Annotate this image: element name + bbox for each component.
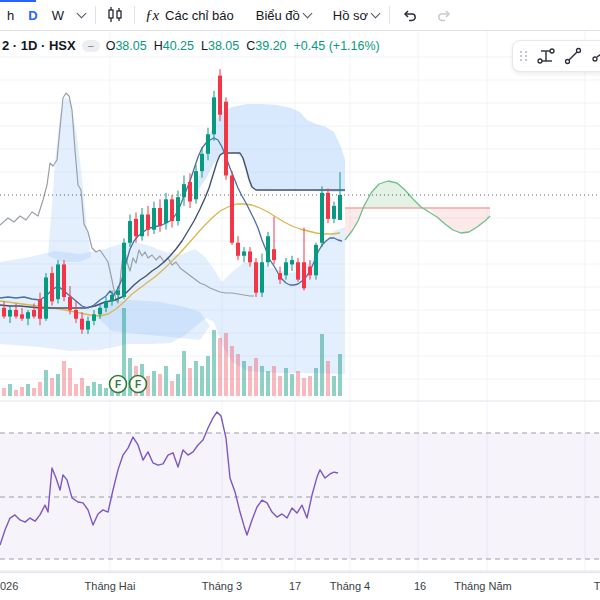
candle-body (290, 260, 294, 264)
candle-body (266, 236, 270, 262)
symbol-search-fragment[interactable]: h (0, 1, 21, 29)
time-axis-label: Tháng 4 (310, 580, 390, 592)
clipped-tool-button[interactable] (588, 43, 600, 69)
volume-bar (278, 376, 282, 396)
time-axis-label: 026 (0, 580, 18, 592)
interval-dropdown-button[interactable] (71, 1, 92, 29)
chevron-down-icon (371, 9, 381, 19)
candle-body (110, 295, 114, 302)
price-range-tool-button[interactable] (533, 43, 558, 69)
candle-body (140, 215, 144, 237)
candle-body (254, 262, 258, 292)
candle-body (212, 97, 216, 134)
volume-bar (26, 384, 30, 396)
volume-bar (224, 333, 228, 396)
chart-style-button[interactable] (99, 1, 131, 29)
volume-bar (50, 378, 54, 396)
chart-menu-button[interactable]: Biểu đồ (249, 1, 318, 29)
chart-canvas[interactable]: FF (0, 0, 600, 600)
time-axis-scale[interactable]: 026Tháng HaiTháng 317Tháng 416Tháng NămT (0, 572, 600, 600)
candle-body (92, 314, 96, 321)
kumo-cloud (195, 104, 345, 193)
volume-bar (98, 384, 102, 396)
volume-bar (302, 378, 306, 396)
rsi-band (0, 433, 600, 559)
symbol-title[interactable]: 2 · 1D · HSX (2, 38, 76, 53)
candle-body (314, 245, 318, 275)
indicators-button[interactable]: ƒx Các chỉ báo (138, 1, 241, 29)
bb-spike-cloud (48, 97, 91, 262)
volume-bar (332, 376, 336, 396)
volume-bar (230, 346, 234, 396)
undo-icon (402, 8, 418, 22)
candle-body (338, 195, 342, 220)
active-tab-indicator (0, 0, 36, 2)
volume-bar (188, 368, 192, 396)
profile-menu-button[interactable]: Hồ sơ (326, 1, 386, 29)
candle-body (44, 277, 48, 318)
candle-body (104, 301, 108, 308)
drag-handle-icon[interactable] (520, 51, 528, 61)
floating-draw-toolbar (512, 40, 600, 72)
volume-bar (284, 368, 288, 396)
candle-body (242, 251, 246, 255)
toolbar-separator (389, 6, 390, 24)
volume-bar (236, 354, 240, 396)
candle-body (260, 262, 264, 292)
volume-bar (176, 374, 180, 396)
future-pink-2-cloud (429, 208, 490, 233)
volume-bar (8, 384, 12, 396)
volume-bar (326, 361, 330, 396)
volume-bar (266, 371, 270, 396)
volume-bar (164, 366, 168, 396)
volume-bar (296, 371, 300, 396)
trend-line-tool-button[interactable] (560, 43, 585, 69)
candle-body (272, 249, 276, 260)
volume-bar (38, 382, 42, 396)
candle-body (26, 312, 30, 319)
undo-button[interactable] (393, 8, 427, 22)
volume-bar (272, 366, 276, 396)
candle-body (230, 175, 234, 242)
volume-bar (56, 374, 60, 396)
volume-bar (290, 374, 294, 396)
interval-1d-button[interactable]: D (21, 1, 44, 29)
volume-bar (74, 384, 78, 396)
candle-body (68, 297, 72, 310)
volume-bar (158, 374, 162, 396)
time-axis-label: Tháng Hai (70, 580, 150, 592)
candle-body (164, 199, 168, 223)
volume-bar (20, 387, 24, 396)
volume-bar (14, 390, 18, 396)
collapse-legend-button[interactable]: – (82, 40, 100, 52)
indicators-label: Các chỉ báo (165, 8, 234, 23)
volume-bar (338, 354, 342, 396)
volume-bar (314, 368, 318, 396)
price-range-icon (535, 45, 557, 67)
trend-line-icon (562, 45, 584, 67)
candle-body (284, 262, 288, 275)
candle-body (224, 102, 228, 176)
close-label: C (246, 39, 255, 53)
toolbar-separator (95, 6, 96, 24)
candle-body (128, 221, 132, 243)
redo-icon (436, 8, 452, 22)
candle-body (308, 267, 312, 276)
volume-bar (92, 382, 96, 396)
high-label: H (154, 39, 163, 53)
volume-bar (212, 330, 216, 396)
candle-body (278, 273, 282, 280)
future-pink-1-cloud (345, 208, 363, 240)
chevron-down-icon (76, 9, 86, 19)
volume-bar (62, 361, 66, 396)
candle-body (176, 197, 180, 221)
volume-bar (320, 334, 324, 396)
candle-body (122, 243, 126, 297)
redo-button[interactable] (427, 8, 461, 22)
close-value: 39.20 (255, 39, 286, 53)
candle-body (20, 314, 24, 318)
candle-body (236, 243, 240, 256)
interval-1w-button[interactable]: W (45, 1, 71, 29)
candle-body (86, 321, 90, 330)
volume-bar (44, 370, 48, 396)
